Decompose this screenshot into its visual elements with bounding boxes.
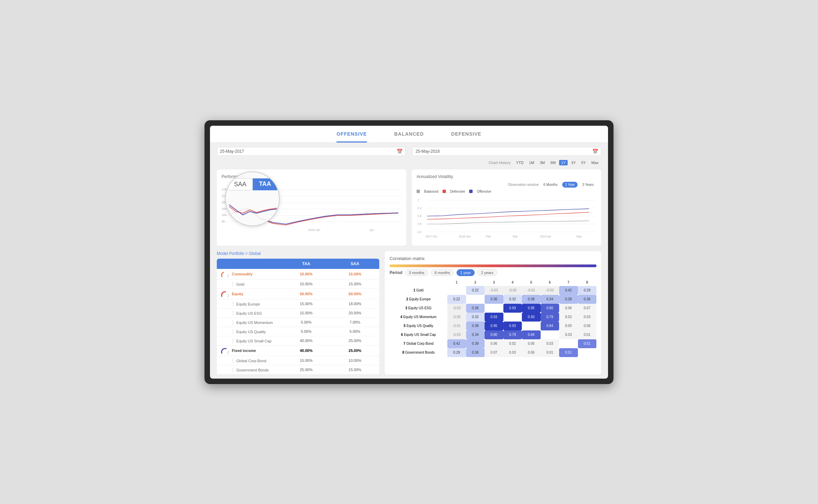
equity-us-smallcap-cell: ⋮ Equity US Small Cap [217, 336, 282, 345]
cell-4-7: 0.02 [559, 313, 578, 322]
equity-us-quality-cell: ⋮ Equity US Quality [217, 327, 282, 336]
equity-europe-menu[interactable]: ⋮ [230, 301, 235, 307]
equity-us-smallcap-saa: 25.00% [331, 336, 380, 345]
cell-5-7: 0.05 [559, 322, 578, 330]
equity-us-quality-menu[interactable]: ⋮ [230, 329, 235, 334]
model-portfolio-panel: Model Portfolio > Global TAA SAA [217, 251, 379, 374]
svg-point-31 [222, 272, 228, 277]
hist-btn-5y[interactable]: 5Y [579, 160, 588, 165]
item-equity-us-momentum: ⋮ Equity US Momentum 5.00% 7.00% [217, 317, 379, 327]
row-equity-us-esg-header: 3 Equity US ESG [390, 304, 447, 313]
svg-text:Apr: Apr [369, 228, 374, 231]
col-header-name [217, 259, 282, 269]
cell-8-2: 0.36 [466, 348, 485, 357]
global-corp-bond-cell: ⋮ Global Corp Bond [217, 356, 282, 365]
tab-offensive[interactable]: OFFENSIVE [337, 131, 367, 142]
legend-defensive-label: Defensive [450, 190, 465, 193]
cell-5-5 [522, 322, 540, 330]
cell-7-5: 0.05 [522, 339, 540, 348]
equity-us-momentum-cell: ⋮ Equity US Momentum [217, 317, 282, 327]
equity-us-smallcap-taa: 40.00% [282, 336, 331, 345]
cell-2-7: 0.39 [559, 295, 578, 304]
cell-5-3: 0.95 [485, 322, 503, 330]
hist-btn-1m[interactable]: 1M [527, 160, 536, 165]
equity-us-esg-menu[interactable]: ⋮ [230, 310, 235, 316]
commodity-taa: 10.00% [282, 269, 331, 280]
cell-8-4: 0.03 [503, 348, 522, 357]
row-gold-header: 1 Gold [390, 286, 447, 295]
vol-legend: Balanced Defensive Offensive [417, 190, 596, 193]
start-calendar-icon[interactable]: 📅 [397, 149, 403, 154]
equity-europe-saa: 18.00% [331, 299, 380, 309]
cell-1-3: -0.03 [485, 286, 503, 295]
cell-5-6: 0.84 [541, 322, 559, 330]
commodity-gauge-icon [220, 271, 230, 277]
hist-btn-6m[interactable]: 6M [549, 160, 558, 165]
svg-text:2018 Jan: 2018 Jan [459, 234, 471, 238]
obs-btn-6months[interactable]: 6 Months [541, 182, 560, 188]
gold-menu[interactable]: ⋮ [230, 281, 235, 287]
cell-1-6: -0.03 [541, 286, 559, 295]
cell-1-4: -0.05 [503, 286, 522, 295]
volatility-svg: 7 6.3 5.6 4.9 4.2 2017 Oct 2018 Jan [417, 195, 596, 240]
period-btn-3months[interactable]: 3 months [405, 269, 428, 276]
cell-6-6 [541, 330, 559, 339]
legend-balanced-dot [417, 190, 420, 193]
svg-text:May: May [576, 234, 582, 238]
date-row: 📅 📅 [217, 147, 601, 156]
cell-4-5: 0.93 [522, 313, 540, 322]
legend-offensive-dot [469, 190, 473, 193]
global-corp-bond-menu[interactable]: ⋮ [230, 358, 235, 363]
period-btn-2years[interactable]: 2 years [477, 269, 497, 276]
equity-us-momentum-saa: 7.00% [331, 317, 380, 327]
obs-btn-3years[interactable]: 3 Years [580, 182, 596, 188]
col-header-saa: SAA [331, 259, 380, 269]
magnifier-inner: SAA TAA [226, 172, 279, 226]
obs-btn-1year[interactable]: 1 Year [562, 182, 577, 188]
tab-defensive[interactable]: DEFENSIVE [451, 131, 481, 142]
category-equity: Equity 50.00% 60.00% [217, 288, 379, 299]
hist-btn-max[interactable]: Max [589, 160, 601, 165]
item-government-bonds: ⋮ Government Bonds 25.00% 15.00% [217, 365, 379, 374]
row-equity-us-momentum-header: 4 Equity US Momentum [390, 313, 447, 322]
hist-btn-3m[interactable]: 3M [538, 160, 547, 165]
hist-btn-ytd[interactable]: YTD [514, 160, 526, 165]
cell-3-4: 0.93 [503, 304, 522, 313]
portfolio-link[interactable]: Global [249, 251, 261, 256]
cell-4-2: 0.32 [466, 313, 485, 322]
cell-3-3 [485, 304, 503, 313]
period-btn-1year[interactable]: 1 year [457, 269, 475, 276]
row-equity-europe-header: 2 Equity Europe [390, 295, 447, 304]
tab-balanced[interactable]: BALANCED [394, 131, 424, 142]
row-global-corp-bond-header: 7 Global Corp Bond [390, 339, 447, 348]
inner-frame: OFFENSIVE BALANCED DEFENSIVE 📅 📅 Chart H… [210, 126, 608, 379]
end-calendar-icon[interactable]: 📅 [592, 149, 598, 154]
correlation-panel: Correlation matrix Period 3 months 6 mon… [385, 251, 601, 374]
volatility-title: Annualized Volatility [417, 174, 596, 179]
equity-us-smallcap-menu[interactable]: ⋮ [230, 338, 235, 343]
equity-us-momentum-taa: 5.00% [282, 317, 331, 327]
government-bonds-menu[interactable]: ⋮ [230, 367, 235, 372]
matrix-row-equity-us-momentum: 4 Equity US Momentum -0.05 0.32 0.93 0.9… [390, 313, 596, 322]
row-equity-us-smallcap-header: 6 Equity US Small Cap [390, 330, 447, 339]
item-equity-us-quality: ⋮ Equity US Quality 5.00% 5.00% [217, 327, 379, 336]
svg-text:2017 Oct: 2017 Oct [425, 234, 437, 238]
hist-btn-3y[interactable]: 3Y [569, 160, 578, 165]
commodity-saa: 15.00% [331, 269, 380, 280]
category-fixed-income: Fixed income 40.00% 25.00% [217, 345, 379, 356]
cell-6-1: -0.03 [447, 330, 466, 339]
tab-bar: OFFENSIVE BALANCED DEFENSIVE [210, 126, 608, 143]
period-btn-6months[interactable]: 6 months [431, 269, 454, 276]
equity-us-momentum-menu[interactable]: ⋮ [230, 319, 235, 325]
cell-3-6: 0.80 [541, 304, 559, 313]
start-date-input[interactable] [220, 149, 397, 154]
end-date-input[interactable] [415, 149, 592, 154]
equity-saa: 60.00% [331, 288, 380, 299]
hist-btn-1y[interactable]: 1Y [559, 160, 568, 165]
cell-6-7: 0.03 [559, 330, 578, 339]
cell-4-8: 0.03 [578, 313, 597, 322]
cell-2-3: 0.36 [485, 295, 503, 304]
cell-1-5: -0.01 [522, 286, 540, 295]
saa-label-magnifier: SAA [227, 178, 253, 190]
commodity-icon-cell: Commodity [217, 269, 282, 280]
